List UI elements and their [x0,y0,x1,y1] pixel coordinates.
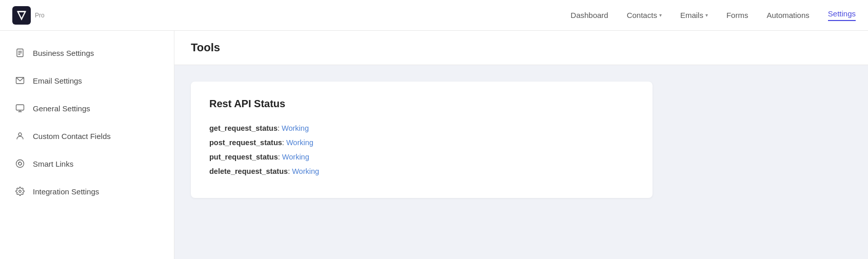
email-icon [14,76,26,85]
main-content: Tools Rest API Status get_request_status… [174,31,868,259]
api-card-title: Rest API Status [209,98,634,110]
api-value-put: Working [282,153,309,161]
api-value-delete: Working [292,167,319,175]
link-icon [14,159,26,168]
api-status-card: Rest API Status get_request_status: Work… [191,82,653,198]
page-title: Tools [191,41,852,54]
nav-links: Dashboard Contacts ▾ Emails ▾ Forms Auto… [570,9,856,21]
nav-item-forms[interactable]: Forms [726,11,748,19]
nav-item-automations[interactable]: Automations [766,11,809,19]
document-icon [14,48,26,57]
nav-item-dashboard[interactable]: Dashboard [570,11,608,19]
sidebar: Business Settings Email Settings General… [0,31,174,259]
api-status-put: put_request_status: Working [209,153,634,161]
content-area: Rest API Status get_request_status: Work… [174,65,868,214]
api-key-put: put_request_status [209,153,278,161]
svg-point-11 [16,160,24,168]
api-key-get: get_request_status [209,124,278,132]
api-value-get: Working [282,124,309,132]
api-status-get: get_request_status: Working [209,124,634,132]
sidebar-item-label: Business Settings [33,49,94,57]
nav-item-contacts[interactable]: Contacts ▾ [627,11,662,19]
svg-point-12 [19,190,22,193]
svg-marker-0 [18,11,26,19]
top-nav: Pro Dashboard Contacts ▾ Emails ▾ Forms … [0,0,868,31]
monitor-icon [14,104,26,113]
sidebar-item-label: General Settings [33,104,90,113]
sidebar-item-integration-settings[interactable]: Integration Settings [0,177,174,205]
api-key-delete: delete_request_status [209,167,288,175]
chevron-down-icon: ▾ [659,12,662,18]
sidebar-item-label: Email Settings [33,76,82,85]
nav-item-settings[interactable]: Settings [828,9,856,21]
svg-point-10 [18,133,22,136]
gear-icon [14,187,26,196]
api-status-delete: delete_request_status: Working [209,167,634,175]
api-status-post: post_request_status: Working [209,138,634,147]
sidebar-item-email-settings[interactable]: Email Settings [0,67,174,94]
sidebar-item-label: Custom Contact Fields [33,132,111,141]
chevron-down-icon: ▾ [705,12,708,18]
user-icon [14,131,26,141]
sidebar-item-smart-links[interactable]: Smart Links [0,150,174,177]
api-key-post: post_request_status [209,138,282,147]
sidebar-item-business-settings[interactable]: Business Settings [0,39,174,67]
page-header: Tools [174,31,868,65]
sidebar-item-label: Integration Settings [33,187,99,196]
main-layout: Business Settings Email Settings General… [0,31,868,259]
logo-area: Pro [12,6,45,25]
sidebar-item-label: Smart Links [33,160,73,168]
nav-item-emails[interactable]: Emails ▾ [680,11,708,19]
svg-rect-7 [16,105,24,110]
sidebar-item-general-settings[interactable]: General Settings [0,94,174,122]
api-value-post: Working [286,138,313,147]
sidebar-item-custom-contact-fields[interactable]: Custom Contact Fields [0,122,174,150]
logo-pro-label: Pro [35,12,45,19]
app-logo-icon[interactable] [12,6,31,25]
